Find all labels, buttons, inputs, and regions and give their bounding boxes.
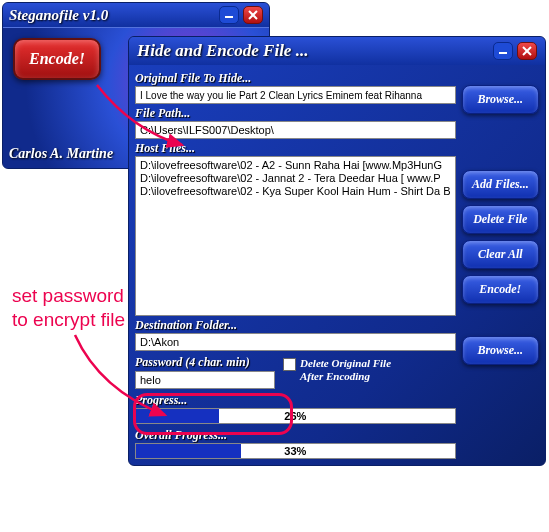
password-label: Password (4 char. min) — [135, 355, 275, 370]
progress-bar: 26% — [135, 408, 456, 424]
encode-button[interactable]: Encode! — [462, 275, 539, 304]
dialog-titlebar: Hide and Encode File ... — [129, 37, 545, 65]
add-files-button[interactable]: Add Files... — [462, 170, 539, 199]
dest-folder-label: Destination Folder... — [135, 318, 456, 333]
delete-original-checkbox[interactable] — [283, 358, 296, 371]
list-item[interactable]: D:\ilovefreesoftware\02 - A2 - Sunn Raha… — [140, 159, 451, 172]
overall-progress-bar: 33% — [135, 443, 456, 459]
browse-original-button[interactable]: Browse... — [462, 85, 539, 114]
progress-value: 26% — [136, 409, 455, 423]
main-titlebar: Steganofile v1.0 — [3, 3, 269, 28]
browse-dest-button[interactable]: Browse... — [462, 336, 539, 365]
original-file-label: Original File To Hide... — [135, 71, 456, 86]
minimize-button[interactable] — [219, 6, 239, 24]
svg-rect-3 — [499, 52, 507, 54]
svg-rect-0 — [225, 16, 233, 18]
dialog-title: Hide and Encode File ... — [137, 41, 308, 61]
main-title: Steganofile v1.0 — [9, 7, 108, 24]
overall-value: 33% — [136, 444, 455, 458]
progress-label: Progress... — [135, 393, 456, 408]
delete-original-label: Delete Original File After Encoding — [300, 357, 391, 383]
dialog-minimize-button[interactable] — [493, 42, 513, 60]
encode-dialog: Hide and Encode File ... Original File T… — [128, 36, 546, 466]
close-button[interactable] — [243, 6, 263, 24]
file-path-input[interactable] — [135, 121, 456, 139]
dest-folder-input[interactable] — [135, 333, 456, 351]
host-files-list[interactable]: D:\ilovefreesoftware\02 - A2 - Sunn Raha… — [135, 156, 456, 316]
file-path-label: File Path... — [135, 106, 456, 121]
overall-label: Overall Progress... — [135, 428, 456, 443]
annotation-text: set password to encrypt file — [12, 284, 125, 332]
host-files-label: Host Files... — [135, 141, 456, 156]
original-file-input[interactable] — [135, 86, 456, 104]
clear-all-button[interactable]: Clear All — [462, 240, 539, 269]
encode-main-button[interactable]: Encode! — [13, 38, 101, 80]
list-item[interactable]: D:\ilovefreesoftware\02 - Kya Super Kool… — [140, 185, 451, 198]
list-item[interactable]: D:\ilovefreesoftware\02 - Jannat 2 - Ter… — [140, 172, 451, 185]
delete-file-button[interactable]: Delete File — [462, 205, 539, 234]
dialog-close-button[interactable] — [517, 42, 537, 60]
author-label: Carlos A. Martine — [9, 146, 113, 162]
password-input[interactable] — [135, 371, 275, 389]
